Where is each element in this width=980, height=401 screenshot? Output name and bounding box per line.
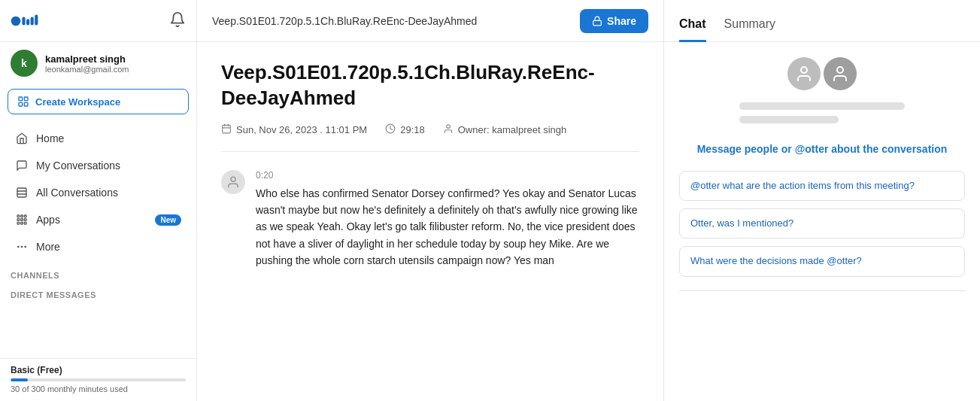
svg-rect-17 — [24, 219, 26, 221]
suggestion-button-3[interactable]: What were the decisions made @otter? — [679, 246, 965, 276]
conversation-title: Veep.S01E01.720p.5.1Ch.BluRay.ReEnc-DeeJ… — [221, 60, 639, 111]
share-icon — [592, 16, 602, 26]
message-time: 0:20 — [256, 170, 639, 181]
tab-chat[interactable]: Chat — [679, 8, 706, 42]
date-text: Sun, Nov 26, 2023 . 11:01 PM — [236, 124, 367, 135]
right-panel-tabs: Chat Summary — [664, 0, 980, 42]
svg-rect-16 — [21, 219, 23, 221]
header-conversation-title: Veep.S01E01.720p.5.1Ch.BluRay.ReEnc-DeeJ… — [212, 15, 477, 27]
svg-point-32 — [801, 67, 807, 73]
svg-rect-20 — [24, 222, 26, 224]
svg-rect-3 — [31, 17, 34, 25]
channels-label: CHANNELS — [0, 263, 196, 283]
logo-icon — [11, 9, 42, 33]
svg-point-23 — [25, 246, 26, 247]
main-header: Veep.S01E01.720p.5.1Ch.BluRay.ReEnc-DeeJ… — [197, 0, 663, 42]
meta-owner: Owner: kamalpreet singh — [443, 123, 567, 136]
main-panel: Veep.S01E01.720p.5.1Ch.BluRay.ReEnc-DeeJ… — [197, 0, 664, 401]
clock-icon — [385, 123, 396, 136]
message-avatar — [221, 170, 245, 194]
svg-rect-15 — [17, 219, 20, 221]
placeholder-line-1 — [739, 102, 905, 110]
duration-text: 29:18 — [400, 124, 425, 135]
owner-text: Owner: kamalpreet singh — [458, 124, 567, 135]
right-panel-body: Message people or @otter about the conve… — [664, 42, 980, 401]
svg-rect-19 — [21, 222, 23, 224]
right-panel: Chat Summary — [664, 0, 980, 401]
svg-point-0 — [11, 16, 21, 26]
avatar: k — [11, 50, 38, 77]
meta-duration: 29:18 — [385, 123, 425, 136]
nav-items: Home My Conversations All Conversations — [0, 122, 196, 263]
user-name: kamalpreet singh — [45, 53, 129, 65]
svg-rect-12 — [17, 215, 20, 217]
placeholder-line-2 — [739, 116, 839, 123]
svg-point-31 — [231, 177, 235, 181]
sidebar: k kamalpreet singh leonkamal@gmail.com C… — [0, 0, 197, 401]
svg-point-22 — [21, 246, 22, 247]
svg-rect-7 — [19, 102, 23, 106]
sidebar-item-all-conversations[interactable]: All Conversations — [5, 180, 192, 205]
user-email: leonkamal@gmail.com — [45, 65, 129, 74]
suggestion-button-1[interactable]: @otter what are the action items from th… — [679, 171, 965, 201]
sidebar-item-home[interactable]: Home — [5, 126, 192, 151]
svg-rect-14 — [24, 215, 26, 217]
meta-date: Sun, Nov 26, 2023 . 11:01 PM — [221, 123, 367, 136]
placeholder-avatar-2 — [824, 57, 857, 90]
calendar-icon — [221, 123, 232, 136]
placeholder-avatar-1 — [787, 57, 821, 90]
sidebar-footer: Basic (Free) 30 of 300 monthly minutes u… — [0, 358, 196, 401]
svg-rect-2 — [26, 19, 29, 25]
home-icon — [15, 132, 29, 145]
placeholder-user-icon-1 — [795, 65, 813, 83]
svg-point-33 — [837, 67, 843, 73]
share-button[interactable]: Share — [580, 9, 648, 33]
otter-highlight: @otter — [795, 143, 829, 155]
chat-placeholder — [679, 57, 965, 123]
progress-bar-fill — [11, 378, 28, 381]
meta-row: Sun, Nov 26, 2023 . 11:01 PM 29:18 — [221, 123, 639, 152]
create-workspace-icon — [17, 96, 29, 108]
placeholder-avatars — [787, 57, 857, 90]
user-info: kamalpreet singh leonkamal@gmail.com — [45, 53, 129, 74]
divider — [679, 290, 965, 291]
chat-message: 0:20 Who else has confirmed Senator Dors… — [221, 170, 639, 269]
more-icon — [15, 240, 29, 254]
svg-rect-25 — [223, 125, 231, 133]
plan-usage: 30 of 300 monthly minutes used — [11, 384, 186, 393]
svg-rect-9 — [17, 188, 26, 197]
message-body: 0:20 Who else has confirmed Senator Dors… — [256, 170, 639, 269]
sidebar-item-more[interactable]: More — [5, 234, 192, 260]
message-text: Who else has confirmed Senator Dorsey co… — [256, 185, 639, 269]
prompt-text: Message people or @otter about the conve… — [697, 141, 948, 157]
tab-summary[interactable]: Summary — [724, 8, 775, 42]
apps-new-badge: New — [155, 214, 181, 226]
main-content: Veep.S01E01.720p.5.1Ch.BluRay.ReEnc-DeeJ… — [197, 42, 663, 401]
user-profile[interactable]: k kamalpreet singh leonkamal@gmail.com — [0, 42, 196, 84]
sidebar-item-apps[interactable]: Apps New — [5, 207, 192, 232]
sidebar-item-my-conversations[interactable]: My Conversations — [5, 153, 192, 178]
apps-icon — [15, 213, 29, 226]
sidebar-header — [0, 0, 196, 42]
bell-icon[interactable] — [169, 11, 186, 31]
my-conversations-icon — [15, 159, 29, 172]
suggestion-button-2[interactable]: Otter, was I mentioned? — [679, 208, 965, 238]
svg-rect-6 — [24, 97, 28, 101]
owner-icon — [443, 123, 454, 136]
svg-rect-13 — [21, 215, 23, 217]
create-workspace-button[interactable]: Create Workspace — [8, 89, 189, 114]
speaker-icon — [226, 175, 240, 189]
placeholder-lines — [739, 102, 905, 123]
placeholder-user-icon-2 — [831, 65, 849, 83]
progress-bar-container — [11, 378, 186, 381]
all-conversations-icon — [15, 186, 29, 199]
svg-rect-8 — [24, 102, 28, 106]
svg-rect-5 — [19, 97, 23, 101]
svg-point-30 — [446, 124, 450, 128]
svg-rect-1 — [22, 17, 25, 25]
direct-messages-label: DIRECT MESSAGES — [0, 283, 196, 302]
plan-name: Basic (Free) — [11, 365, 186, 375]
logo — [11, 9, 42, 33]
svg-rect-24 — [593, 20, 602, 25]
svg-rect-18 — [17, 222, 20, 224]
